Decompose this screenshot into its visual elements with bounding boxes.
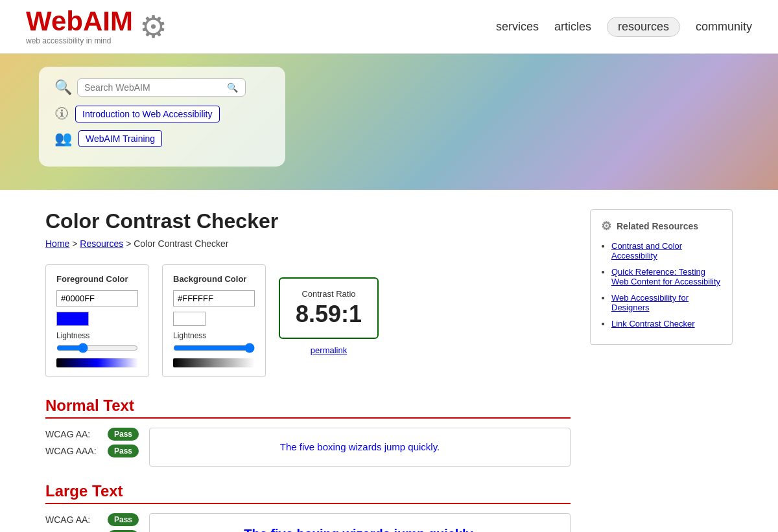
site-header: WebAIM web accessibility in mind ⚙ servi…	[0, 0, 778, 54]
related-quick-ref[interactable]: Quick Reference: Testing Web Content for…	[611, 267, 720, 286]
search-input[interactable]	[84, 82, 227, 93]
list-item: Link Contrast Checker	[611, 319, 722, 329]
normal-text-title: Normal Text	[45, 397, 571, 419]
background-swatch	[173, 312, 206, 326]
large-preview-box: The five boxing wizards jump quickly.	[149, 513, 571, 532]
breadcrumb-home[interactable]: Home	[45, 238, 69, 249]
large-preview-text: The five boxing wizards jump quickly.	[244, 527, 475, 532]
large-aa-badge: Pass	[108, 513, 139, 526]
related-link-contrast[interactable]: Link Contrast Checker	[611, 319, 695, 329]
bg-lightness-slider[interactable]	[173, 343, 255, 353]
logo-gear-icon: ⚙	[139, 8, 167, 45]
hero-banner: 🔍 🔍 🛈 Introduction to Web Accessibility …	[0, 54, 778, 190]
related-web-a11y[interactable]: Web Accessibility for Designers	[611, 293, 689, 312]
main-nav: services articles resources community	[496, 17, 752, 37]
related-icon: ⚙	[601, 219, 611, 233]
normal-text-content: WCAG AA: Pass WCAG AAA: Pass The five bo…	[45, 428, 571, 467]
large-text-section: Large Text WCAG AA: Pass WCAG AAA: Pass …	[45, 482, 571, 532]
fg-lightness-slider[interactable]	[56, 343, 138, 353]
related-title: ⚙ Related Resources	[601, 219, 722, 233]
related-list: Contrast and Color Accessibility Quick R…	[601, 241, 722, 329]
related-title-text: Related Resources	[617, 221, 698, 231]
bg-gradient-bar	[173, 358, 255, 367]
normal-aaa-row: WCAG AAA: Pass	[45, 445, 139, 457]
normal-aa-badge: Pass	[108, 428, 139, 441]
foreground-panel: Foreground Color Lightness	[45, 264, 149, 377]
nav-services[interactable]: services	[496, 20, 539, 34]
background-input[interactable]	[173, 290, 255, 306]
contrast-ratio-label: Contrast Ratio	[296, 289, 362, 299]
breadcrumb: Home > Resources > Color Contrast Checke…	[45, 238, 571, 249]
related-resources-box: ⚙ Related Resources Contrast and Color A…	[590, 209, 733, 345]
foreground-input[interactable]	[56, 290, 138, 306]
large-aa-row: WCAG AA: Pass	[45, 513, 139, 526]
normal-preview-box: The five boxing wizards jump quickly.	[149, 428, 571, 467]
logo-text: WebAIM web accessibility in mind	[26, 8, 133, 45]
hero-training-row: 👥 WebAIM Training	[54, 130, 270, 147]
large-wcag-checks: WCAG AA: Pass WCAG AAA: Pass	[45, 513, 139, 532]
nav-articles[interactable]: articles	[554, 20, 591, 34]
foreground-label: Foreground Color	[56, 274, 138, 284]
large-text-title: Large Text	[45, 482, 571, 504]
related-contrast-color[interactable]: Contrast and Color Accessibility	[611, 241, 682, 260]
color-checker: Foreground Color Lightness Background Co…	[45, 264, 571, 377]
content-area: Color Contrast Checker Home > Resources …	[45, 209, 571, 532]
normal-preview-text: The five boxing wizards jump quickly.	[280, 441, 440, 452]
normal-aa-label: WCAG AA:	[45, 429, 104, 439]
contrast-ratio-value: 8.59:1	[296, 301, 362, 327]
sidebar: ⚙ Related Resources Contrast and Color A…	[590, 209, 733, 532]
normal-text-section: Normal Text WCAG AA: Pass WCAG AAA: Pass…	[45, 397, 571, 467]
normal-aa-row: WCAG AA: Pass	[45, 428, 139, 441]
search-submit-icon[interactable]: 🔍	[227, 82, 238, 93]
bg-lightness-label: Lightness	[173, 331, 255, 340]
hero-intro-row: 🛈 Introduction to Web Accessibility	[54, 106, 270, 122]
normal-aaa-label: WCAG AAA:	[45, 446, 104, 456]
fg-gradient-bar	[56, 358, 138, 367]
breadcrumb-current: Color Contrast Checker	[134, 238, 228, 249]
large-text-content: WCAG AA: Pass WCAG AAA: Pass The five bo…	[45, 513, 571, 532]
logo-web: Web	[26, 6, 83, 36]
people-icon: 👥	[54, 130, 72, 147]
list-item: Web Accessibility for Designers	[611, 293, 722, 312]
logo-subtitle: web accessibility in mind	[26, 36, 133, 45]
fg-lightness-label: Lightness	[56, 331, 138, 340]
training-link[interactable]: WebAIM Training	[78, 130, 162, 147]
contrast-section: Contrast Ratio 8.59:1 permalink	[279, 264, 379, 355]
nav-resources[interactable]: resources	[607, 17, 680, 37]
nav-community[interactable]: community	[696, 20, 752, 34]
contrast-ratio-box: Contrast Ratio 8.59:1	[279, 277, 379, 339]
normal-wcag-checks: WCAG AA: Pass WCAG AAA: Pass	[45, 428, 139, 467]
normal-aaa-badge: Pass	[108, 445, 139, 457]
breadcrumb-resources[interactable]: Resources	[80, 238, 123, 249]
background-label: Background Color	[173, 274, 255, 284]
background-panel: Background Color Lightness	[162, 264, 266, 377]
intro-link[interactable]: Introduction to Web Accessibility	[75, 106, 220, 122]
permalink-link[interactable]: permalink	[311, 345, 347, 355]
foreground-swatch	[56, 312, 89, 326]
logo-area: WebAIM web accessibility in mind ⚙	[26, 8, 167, 45]
list-item: Contrast and Color Accessibility	[611, 241, 722, 260]
large-aa-label: WCAG AA:	[45, 515, 104, 525]
list-item: Quick Reference: Testing Web Content for…	[611, 267, 722, 286]
search-box[interactable]: 🔍	[77, 78, 246, 97]
search-icon: 🔍	[54, 79, 72, 96]
info-icon: 🛈	[54, 106, 69, 122]
logo-aim: AIM	[83, 6, 133, 36]
page-title: Color Contrast Checker	[45, 209, 571, 233]
search-row: 🔍 🔍	[54, 78, 270, 97]
hero-overlay: 🔍 🔍 🛈 Introduction to Web Accessibility …	[39, 67, 285, 167]
main-content: Color Contrast Checker Home > Resources …	[19, 190, 759, 532]
